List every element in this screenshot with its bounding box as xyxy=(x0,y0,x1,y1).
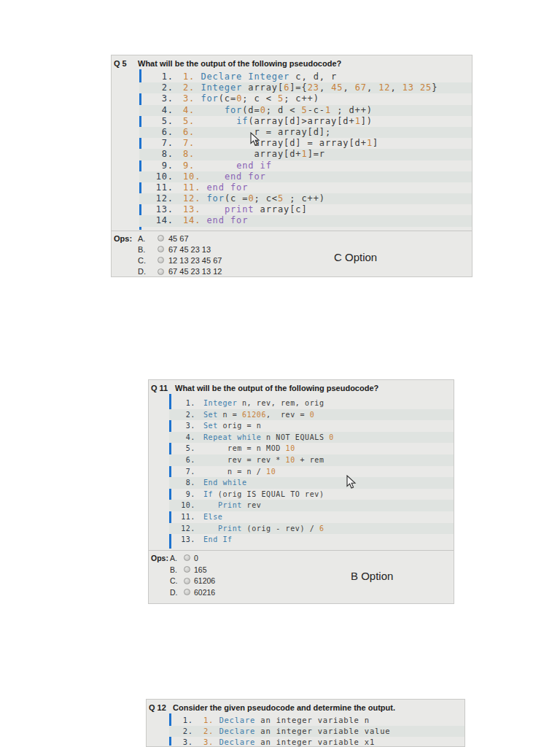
question-text: Consider the given pseudocode and determ… xyxy=(173,703,462,712)
code-token xyxy=(207,171,225,182)
line-number: 3. xyxy=(171,737,193,747)
code-token: (d= xyxy=(242,105,260,115)
option-radio[interactable] xyxy=(158,268,164,275)
mouse-cursor-icon xyxy=(250,132,260,147)
code-token: Else xyxy=(203,513,222,521)
code-text: Print rev xyxy=(203,500,261,511)
code-token: 45 xyxy=(331,82,343,93)
code-line: 1.Integer n, rev, rem, orig xyxy=(169,398,454,409)
code-line: 9.If (orig IS EQUAL TO rev) xyxy=(169,489,454,500)
option-value[interactable]: 67 45 23 13 xyxy=(168,245,211,254)
code-token: If xyxy=(203,490,213,498)
line-number: 3. xyxy=(141,93,174,104)
line-number: 1. xyxy=(141,71,174,82)
code-text: Else xyxy=(203,511,222,523)
option-radio[interactable] xyxy=(184,554,190,561)
code-token: Print xyxy=(218,525,242,533)
option-value[interactable]: 61206 xyxy=(194,576,215,585)
option-letter: A. xyxy=(170,554,180,562)
code-token: (c = xyxy=(225,193,249,204)
code-line: 6.6. r = array[d]; xyxy=(139,127,472,138)
code-text: End If xyxy=(203,534,233,546)
line-number: 2. xyxy=(171,726,193,737)
option-radio[interactable] xyxy=(184,578,190,584)
code-token: 12 xyxy=(378,82,390,93)
code-line: 6. rev = rev * 10 + rem xyxy=(169,454,454,466)
option-letter: B. xyxy=(170,565,180,574)
question-block-q12: Q 12 Consider the given pseudocode and d… xyxy=(146,699,465,747)
code-token: ]=r xyxy=(308,149,325,159)
line-number: 2. xyxy=(141,82,174,93)
code-token: 12. xyxy=(183,193,207,204)
option-value[interactable]: 12 13 23 45 67 xyxy=(168,256,222,265)
code-token: 5 xyxy=(278,193,284,204)
option-value[interactable]: 45 67 xyxy=(168,234,189,243)
option-value[interactable]: 0 xyxy=(194,554,198,562)
code-token: orig = n xyxy=(218,422,262,430)
option-value[interactable]: 60216 xyxy=(194,588,215,597)
options-section: Ops: A.45 67B.67 45 23 13C.12 13 23 45 6… xyxy=(112,231,472,276)
code-block: 1.1. Declare an integer variable n2.2. D… xyxy=(147,713,464,746)
option-radio[interactable] xyxy=(158,246,164,252)
code-text: 2. Integer array[6]={23, 45, 67, 12, 13 … xyxy=(183,82,438,93)
code-line: 1.1. Declare an integer variable n xyxy=(169,715,464,726)
code-token: 10 xyxy=(286,456,295,464)
code-token: 67 xyxy=(355,82,367,93)
code-line: 2.2. Integer array[6]={23, 45, 67, 12, 1… xyxy=(139,82,472,93)
line-number: 7. xyxy=(171,466,195,478)
code-token: Integer xyxy=(203,399,237,407)
code-lines-container: 1.1. Declare Integer c, d, r2.2. Integer… xyxy=(112,71,472,227)
option-row: A.45 67 xyxy=(138,233,222,244)
code-line: 3.3. for(c=0; c < 5; c++) xyxy=(139,93,472,104)
code-token: 10. xyxy=(183,171,207,182)
option-row: B.67 45 23 13 xyxy=(138,244,222,255)
option-radio[interactable] xyxy=(184,566,190,573)
code-token: ; d++) xyxy=(331,105,373,115)
code-line: 5.5. if(array[d]>array[d+1]) xyxy=(139,116,472,127)
code-token: 13 25 xyxy=(402,82,432,93)
code-line: 4.Repeat while n NOT EQUALS 0 xyxy=(169,432,454,444)
option-radio[interactable] xyxy=(184,589,190,595)
option-radio[interactable] xyxy=(158,257,164,263)
code-line: 8.End while xyxy=(169,477,454,489)
code-token: n = xyxy=(218,411,242,419)
option-value[interactable]: 67 45 23 13 12 xyxy=(168,267,222,276)
line-number: 12. xyxy=(141,193,174,204)
line-number: 6. xyxy=(171,454,195,466)
line-number: 8. xyxy=(141,149,174,160)
code-text: 9. end if xyxy=(183,160,272,171)
code-line: 11.11. end for xyxy=(139,182,472,193)
option-letter: B. xyxy=(138,245,152,254)
code-token xyxy=(203,501,218,509)
code-token: array[c] xyxy=(254,204,308,214)
code-token: n NOT EQUALS xyxy=(261,433,329,441)
code-token: end if xyxy=(236,160,272,171)
options-section: Ops: A.0B.165C.61206D.60216 B Option xyxy=(149,550,454,603)
code-token: , xyxy=(319,82,331,93)
option-value[interactable]: 165 xyxy=(194,565,207,574)
code-token xyxy=(203,525,218,533)
question-number: Q 11 xyxy=(151,384,175,392)
line-number: 11. xyxy=(171,511,195,523)
option-radio[interactable] xyxy=(158,235,164,241)
question-number: Q 12 xyxy=(149,703,173,712)
code-text: 1. Declare an integer variable n xyxy=(203,715,370,726)
code-token: rev = rev * xyxy=(203,456,286,464)
code-line: 7.7. array[d] = array[d+1] xyxy=(139,138,472,149)
code-token: Declare xyxy=(219,716,255,724)
question-text: What will be the output of the following… xyxy=(175,384,451,392)
code-token: n, rev, rem, orig xyxy=(237,399,324,407)
code-line: 3.Set orig = n xyxy=(169,420,454,432)
code-text: rem = n MOD 10 xyxy=(203,443,295,454)
code-token: (orig - rev) / xyxy=(242,525,319,533)
option-row: D.60216 xyxy=(170,587,215,598)
code-text: 12. for(c =0; c<5 ; c++) xyxy=(183,193,325,204)
code-token: 11. xyxy=(183,182,207,193)
code-line: 9.9. end if xyxy=(139,160,472,171)
mouse-cursor-icon xyxy=(346,475,357,489)
code-lines-container: 1.1. Declare an integer variable n2.2. D… xyxy=(147,715,464,747)
code-token: Declare xyxy=(219,727,255,735)
line-number: 1. xyxy=(171,398,195,409)
code-text: 3. Declare an integer variable x1 xyxy=(203,737,375,747)
code-text: Print (orig - rev) / 6 xyxy=(203,523,324,535)
